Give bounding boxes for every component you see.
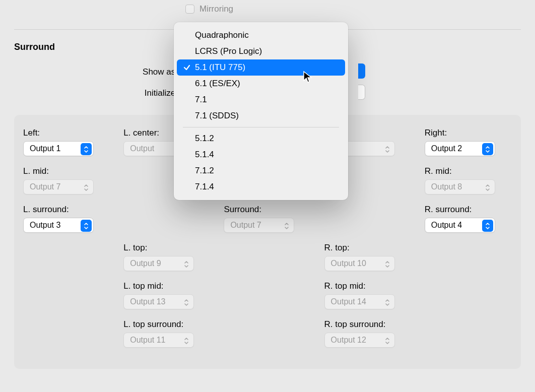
menu-item-label: 6.1 (ES/EX) xyxy=(195,79,240,89)
menu-item-label: Quadraphonic xyxy=(195,30,249,40)
menu-item[interactable]: 7.1.2 xyxy=(177,163,345,179)
stepper-arrows-icon xyxy=(181,335,192,347)
menu-item[interactable]: 7.1 (SDDS) xyxy=(177,108,345,124)
output-select-value: Output 4 xyxy=(431,221,462,230)
output-select[interactable]: Output 2 xyxy=(425,141,495,156)
output-label: Surround: xyxy=(224,205,311,215)
output-select-value: Output 11 xyxy=(130,336,165,345)
output-select-value: Output 7 xyxy=(30,182,60,191)
output-select: Output 12 xyxy=(324,333,395,348)
preferences-window: Mirroring Surround Show as: Initialize: … xyxy=(0,0,535,392)
output-field-row4-1: L. top:Output 9 xyxy=(123,243,211,279)
menu-item-label: 7.1.4 xyxy=(195,182,214,192)
menu-item[interactable]: LCRS (Pro Logic) xyxy=(177,43,345,59)
menu-item-label: 7.1.2 xyxy=(195,166,214,176)
output-label: L. mid: xyxy=(23,166,110,176)
output-select-value: Output xyxy=(130,144,154,153)
output-label: Left: xyxy=(23,128,110,138)
output-select[interactable]: Output 4 xyxy=(425,218,495,233)
menu-item-label: 7.1 (SDDS) xyxy=(195,111,239,121)
output-select[interactable]: Output 3 xyxy=(23,218,94,233)
output-label: L. surround: xyxy=(23,205,110,215)
output-select: Output 7 xyxy=(224,218,294,233)
menu-item[interactable]: 6.1 (ES/EX) xyxy=(177,76,345,92)
output-select-value: Output 8 xyxy=(431,182,462,191)
menu-separator xyxy=(183,127,339,127)
output-select: Output 10 xyxy=(324,256,395,271)
mirroring-row: Mirroring xyxy=(14,0,521,18)
output-label: L. top surround: xyxy=(123,319,211,330)
menu-item-label: 5.1.4 xyxy=(195,150,214,160)
initialize-button-edge[interactable] xyxy=(358,85,365,100)
mirroring-checkbox[interactable] xyxy=(185,5,194,14)
menu-item-label: 7.1 xyxy=(195,95,207,105)
stepper-arrows-icon xyxy=(181,296,192,308)
output-select-value: Output 3 xyxy=(30,221,60,230)
menu-item[interactable]: 5.1.2 xyxy=(177,130,345,147)
menu-item[interactable]: 7.1 xyxy=(177,92,345,108)
output-select: Output 13 xyxy=(123,294,194,309)
output-label: L. top mid: xyxy=(123,281,211,291)
mirroring-label: Mirroring xyxy=(199,4,233,14)
output-select-value: Output 9 xyxy=(130,259,161,268)
output-field-row2-4: R. mid:Output 8 xyxy=(425,166,512,203)
show-as-label: Show as: xyxy=(14,67,183,77)
stepper-arrows-icon xyxy=(281,220,292,232)
stepper-arrows-icon xyxy=(382,296,393,308)
stepper-arrows-icon xyxy=(482,181,493,193)
show-as-dropdown-menu[interactable]: QuadraphonicLCRS (Pro Logic)5.1 (ITU 775… xyxy=(174,22,348,200)
output-select-value: Output 10 xyxy=(331,259,366,268)
output-select: Output 8 xyxy=(425,179,495,194)
menu-item[interactable]: 5.1.4 xyxy=(177,147,345,163)
output-select-value: Output 2 xyxy=(431,144,462,153)
output-field-row5-3: R. top mid:Output 14 xyxy=(324,281,412,317)
output-select[interactable]: Output 1 xyxy=(23,141,94,156)
menu-item[interactable]: Quadraphonic xyxy=(177,27,345,43)
stepper-arrows-icon xyxy=(81,220,92,232)
menu-item-label: 5.1.2 xyxy=(195,134,214,144)
stepper-arrows-icon xyxy=(482,143,493,155)
output-select-value: Output 13 xyxy=(130,297,165,306)
stepper-arrows-icon xyxy=(81,181,92,193)
stepper-arrows-icon xyxy=(181,258,192,270)
output-field-row3-4: R. surround:Output 4 xyxy=(425,205,512,241)
stepper-arrows-icon xyxy=(382,335,393,347)
output-select: Output 11 xyxy=(123,333,194,348)
output-label: R. surround: xyxy=(425,205,512,215)
output-field-row6-3: R. top surround:Output 12 xyxy=(324,319,412,356)
output-label: R. mid: xyxy=(425,166,512,176)
output-select-value: Output 14 xyxy=(331,297,366,306)
output-label: R. top surround: xyxy=(324,319,412,330)
output-select: Output 7 xyxy=(23,179,94,194)
menu-item[interactable]: 7.1.4 xyxy=(177,179,345,195)
stepper-arrows-icon xyxy=(382,258,393,270)
output-label: R. top mid: xyxy=(324,281,412,291)
menu-item-label: LCRS (Pro Logic) xyxy=(195,46,262,56)
output-label: Right: xyxy=(425,128,512,138)
stepper-arrows-icon xyxy=(382,143,393,155)
stepper-arrows-icon xyxy=(482,220,493,232)
show-as-select-edge[interactable] xyxy=(358,63,365,79)
output-field-row6-1: L. top surround:Output 11 xyxy=(123,319,211,356)
output-select-value: Output 7 xyxy=(230,221,261,230)
output-field-row3-2: Surround:Output 7 xyxy=(224,205,311,241)
output-select: Output 9 xyxy=(123,256,194,271)
cursor-icon xyxy=(303,71,313,84)
menu-item-label: 5.1 (ITU 775) xyxy=(195,62,245,73)
output-field-row1-4: Right:Output 2 xyxy=(425,128,512,164)
output-label: L. top: xyxy=(123,243,211,253)
output-field-row3-0: L. surround:Output 3 xyxy=(23,205,110,241)
output-select-value: Output 12 xyxy=(331,336,366,345)
output-field-row2-0: L. mid:Output 7 xyxy=(23,166,110,203)
output-field-row1-0: Left:Output 1 xyxy=(23,128,110,164)
output-select-value: Output 1 xyxy=(30,144,60,153)
output-label: R. top: xyxy=(324,243,412,253)
menu-item[interactable]: 5.1 (ITU 775) xyxy=(177,59,345,76)
output-select: Output 14 xyxy=(324,294,395,309)
output-field-row5-1: L. top mid:Output 13 xyxy=(123,281,211,317)
initialize-label: Initialize: xyxy=(14,88,183,98)
stepper-arrows-icon xyxy=(81,143,92,155)
output-field-row4-3: R. top:Output 10 xyxy=(324,243,412,279)
